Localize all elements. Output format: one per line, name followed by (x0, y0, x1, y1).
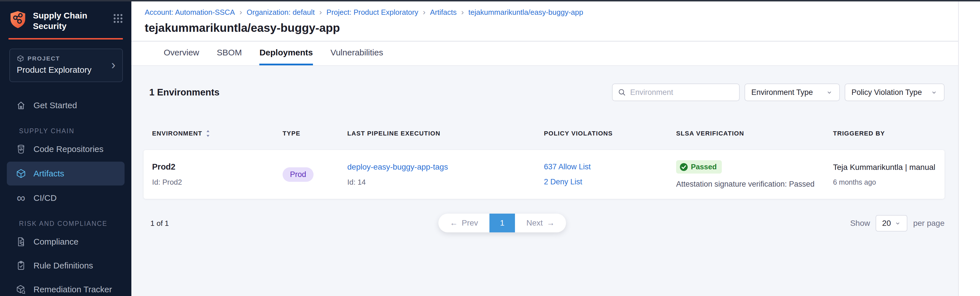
column-header-environment: ENVIRONMENT (152, 130, 283, 138)
chevron-down-icon (894, 220, 901, 227)
sidebar-item-get-started[interactable]: Get Started (0, 93, 131, 117)
accent-divider (8, 38, 123, 40)
table-row[interactable]: Prod2 Id: Prod2 Prod deploy-easy-buggy-a… (143, 150, 945, 199)
slsa-verification-cell: Passed Attestation signature verificatio… (676, 160, 833, 189)
column-header-slsa-verification: SLSA VERIFICATION (676, 130, 833, 138)
clipboard-check-icon (16, 261, 26, 271)
column-header-policy-violations: POLICY VIOLATIONS (544, 130, 676, 138)
sidebar-item-label: CI/CD (33, 193, 57, 203)
sidebar-section-risk-and-compliance: RISK AND COMPLIANCE (0, 217, 131, 230)
slsa-detail: Attestation signature verification: Pass… (676, 180, 833, 189)
breadcrumb-artifacts[interactable]: Artifacts (430, 8, 457, 17)
breadcrumb-separator-icon: › (319, 8, 322, 17)
breadcrumb-current-artifact[interactable]: tejakummarikuntla/easy-buggy-app (468, 8, 583, 17)
sidebar-nav: Get Started SUPPLY CHAIN Code Repositori… (0, 93, 131, 296)
breadcrumb-separator-icon: › (239, 8, 242, 17)
pipeline-cell: deploy-easy-buggy-app-tags Id: 14 (347, 163, 544, 187)
project-label: PROJECT (27, 55, 60, 62)
tab-bar: Overview SBOM Deployments Vulnerabilitie… (131, 42, 958, 66)
sidebar-item-code-repositories[interactable]: Code Repositories (0, 137, 131, 161)
tab-vulnerabilities[interactable]: Vulnerabilities (331, 42, 383, 66)
breadcrumb: Account: Automation-SSCA › Organization:… (131, 8, 958, 17)
prev-page-button[interactable]: ← Prev (438, 214, 490, 232)
sidebar-header: Supply Chain Security (0, 0, 131, 31)
right-gutter (958, 0, 980, 296)
artifacts-cube-icon (16, 168, 26, 179)
next-page-button[interactable]: Next → (515, 214, 566, 232)
module-grid-icon[interactable] (113, 13, 123, 25)
code-repository-icon (16, 144, 26, 154)
home-icon (16, 100, 26, 110)
remediation-box-icon (16, 284, 26, 294)
column-header-last-pipeline-execution: LAST PIPELINE EXECUTION (347, 130, 544, 138)
breadcrumb-separator-icon: › (461, 8, 464, 17)
pagination: 1 of 1 ← Prev 1 Next → Show 20 (143, 214, 945, 233)
project-cube-icon (17, 55, 24, 62)
search-icon (618, 88, 626, 97)
chevron-down-icon (930, 89, 938, 96)
per-page-select[interactable]: 20 (876, 215, 907, 232)
project-label-row: PROJECT (17, 55, 116, 62)
sidebar-item-rule-definitions[interactable]: Rule Definitions (0, 254, 131, 278)
infinity-icon: ∞ (16, 193, 26, 203)
tab-deployments[interactable]: Deployments (259, 42, 313, 66)
supply-chain-security-logo-icon (9, 10, 27, 30)
type-cell: Prod (283, 167, 347, 182)
page-header: Account: Automation-SSCA › Organization:… (131, 0, 958, 66)
breadcrumb-organization[interactable]: Organization: default (247, 8, 315, 17)
app-title: Supply Chain Security (33, 10, 94, 31)
arrow-left-icon: ← (450, 218, 458, 227)
show-label: Show (850, 219, 870, 228)
page-summary: 1 of 1 (150, 219, 169, 228)
sidebar-item-label: Rule Definitions (33, 261, 93, 270)
column-header-type: TYPE (283, 130, 347, 138)
environments-count-title: 1 Environments (149, 87, 220, 98)
tab-sbom[interactable]: SBOM (217, 42, 242, 66)
sidebar-item-label: Compliance (33, 237, 78, 246)
environment-cell: Prod2 Id: Prod2 (152, 162, 283, 187)
slsa-status-text: Passed (691, 163, 717, 171)
breadcrumb-account[interactable]: Account: Automation-SSCA (145, 8, 235, 17)
environment-type-value: Environment Type (751, 88, 813, 97)
project-selector[interactable]: PROJECT Product Exploratory › (10, 49, 123, 82)
breadcrumb-separator-icon: › (423, 8, 425, 17)
slsa-status-badge: Passed (676, 160, 722, 174)
sort-icon[interactable] (205, 130, 211, 138)
environment-search-input[interactable] (630, 88, 734, 97)
policy-violations-cell: 637 Allow List 2 Deny List (544, 163, 676, 186)
environment-name: Prod2 (152, 162, 283, 171)
sidebar-item-cicd[interactable]: ∞ CI/CD (0, 186, 131, 210)
per-page-suffix: per page (913, 219, 945, 228)
pipeline-id: Id: 14 (347, 178, 544, 187)
sidebar-item-remediation-tracker[interactable]: Remediation Tracker (0, 278, 131, 296)
pipeline-link[interactable]: deploy-easy-buggy-app-tags (347, 163, 544, 171)
triggered-by-cell: Teja Kummarikuntla | manual 6 months ago (833, 163, 945, 186)
compliance-document-icon (16, 237, 26, 247)
sidebar-item-label: Code Repositories (33, 144, 103, 154)
window-top-edge (0, 0, 980, 2)
toolbar: 1 Environments Environment Type (143, 66, 945, 101)
project-name: Product Exploratory (17, 65, 116, 75)
sidebar-item-artifacts[interactable]: Artifacts (7, 162, 124, 186)
policy-violation-type-value: Policy Violation Type (851, 88, 922, 97)
tab-overview[interactable]: Overview (164, 42, 199, 66)
environment-id: Id: Prod2 (152, 178, 283, 187)
breadcrumb-project[interactable]: Project: Product Exploratory (326, 8, 418, 17)
triggered-by: Teja Kummarikuntla | manual (833, 163, 945, 172)
deployments-content: 1 Environments Environment Type (131, 66, 958, 296)
check-circle-icon (679, 163, 688, 171)
arrow-right-icon: → (547, 218, 555, 227)
chevron-down-icon (826, 89, 833, 96)
allow-list-link[interactable]: 637 Allow List (544, 163, 676, 171)
sidebar-item-label: Get Started (33, 101, 77, 110)
deny-list-link[interactable]: 2 Deny List (544, 178, 676, 186)
app-root: Supply Chain Security PROJECT Product Ex… (0, 0, 980, 296)
page-number-button[interactable]: 1 (490, 214, 515, 232)
environment-search (612, 83, 740, 101)
filters: Environment Type Policy Violation Type (612, 83, 945, 101)
page-title: tejakummarikuntla/easy-buggy-app (145, 21, 958, 35)
environment-type-select[interactable]: Environment Type (745, 83, 840, 101)
sidebar-item-label: Artifacts (33, 169, 64, 178)
policy-violation-type-select[interactable]: Policy Violation Type (845, 83, 945, 101)
sidebar-item-compliance[interactable]: Compliance (0, 230, 131, 254)
